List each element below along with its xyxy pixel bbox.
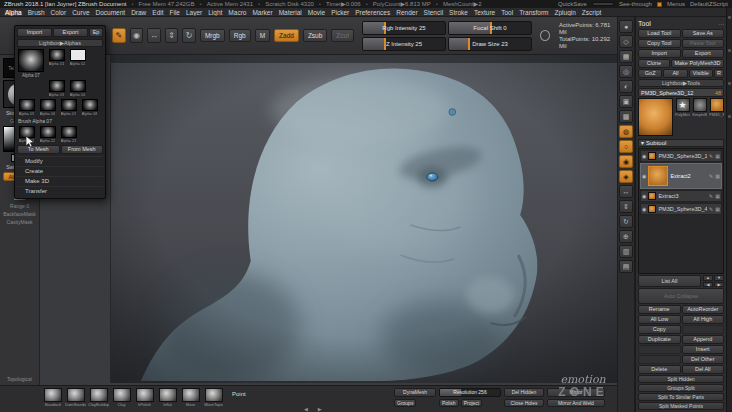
- alpha-section-modify[interactable]: Modify: [17, 156, 103, 166]
- delete-button[interactable]: Delete: [638, 365, 681, 374]
- solo-icon[interactable]: ◉: [619, 155, 633, 168]
- brush-tile[interactable]: MoveTopo: [203, 388, 224, 407]
- document-canvas[interactable]: [110, 55, 617, 383]
- actual-size-icon[interactable]: ▤: [619, 260, 633, 273]
- visibility-eye-icon[interactable]: ◉: [642, 153, 646, 159]
- draw-icon[interactable]: ◉: [130, 28, 144, 43]
- menu-brush[interactable]: Brush: [28, 9, 45, 16]
- quicksave-button[interactable]: QuickSave: [558, 0, 587, 8]
- from-mesh-button[interactable]: From Mesh: [61, 145, 104, 154]
- append-button[interactable]: Append: [682, 335, 725, 344]
- m-button[interactable]: M: [255, 29, 270, 42]
- menu-stroke[interactable]: Stroke: [449, 9, 468, 16]
- zcut-button[interactable]: Zcut: [331, 29, 354, 42]
- panel-options-icon[interactable]: ⋯: [718, 20, 724, 27]
- menu-macro[interactable]: Macro: [228, 9, 246, 16]
- menu-texture[interactable]: Texture: [474, 9, 495, 16]
- menu-material[interactable]: Material: [279, 9, 302, 16]
- polyf-icon[interactable]: ▩: [619, 110, 633, 123]
- uv-map-icon[interactable]: ▦: [715, 206, 720, 212]
- alpha-ep-button[interactable]: Ep: [89, 28, 103, 37]
- menu-layer[interactable]: Layer: [186, 9, 202, 16]
- save-as-button[interactable]: Save As: [682, 29, 725, 38]
- brush-tile[interactable]: hPolish: [134, 388, 155, 407]
- subtool-row[interactable]: ◉ Extract3 ✎ ▦: [640, 190, 722, 202]
- menu-color[interactable]: Color: [51, 9, 67, 16]
- brush-tile[interactable]: Inflat: [157, 388, 178, 407]
- insert-button[interactable]: Insert: [682, 345, 725, 354]
- default-zscript-button[interactable]: DefaultZScript: [690, 0, 728, 8]
- lsym-icon[interactable]: ◐: [619, 80, 633, 93]
- alpha-import-button[interactable]: Import: [17, 28, 52, 37]
- lightbox-tools-button[interactable]: Lightbox▶Tools: [638, 79, 724, 87]
- uv-map-icon[interactable]: ▦: [715, 173, 720, 179]
- current-alpha[interactable]: Alpha 07: [17, 49, 45, 78]
- focal-shift-slider[interactable]: Focal Shift 0: [448, 21, 532, 35]
- right-tray-divider[interactable]: [726, 8, 732, 412]
- brush-alpha-slot[interactable]: Alpha 22: [38, 126, 57, 143]
- active-tool-thumbnail[interactable]: [638, 98, 673, 136]
- del-other-button[interactable]: Del Other: [682, 355, 725, 364]
- subtool-row-selected[interactable]: ◉ Extract2 ✎ ▦: [640, 163, 722, 189]
- menu-movie[interactable]: Movie: [308, 9, 325, 16]
- dynamesh-button[interactable]: DynaMesh: [394, 388, 436, 397]
- to-mesh-button[interactable]: To Mesh: [17, 145, 60, 154]
- split-masked-button[interactable]: Split Masked Points: [638, 402, 724, 410]
- menu-render[interactable]: Render: [396, 9, 417, 16]
- current-tool-bar[interactable]: PM3D_Sphere3D_12 48: [638, 88, 724, 97]
- menu-transform[interactable]: Transform: [519, 9, 548, 16]
- close-holes-button[interactable]: Close Holes: [504, 399, 544, 407]
- menu-light[interactable]: Light: [208, 9, 222, 16]
- brush-alpha-slot[interactable]: Alpha 23: [59, 126, 78, 143]
- alpha-slot[interactable]: Alpha 03: [47, 80, 66, 97]
- menu-preferences[interactable]: Preferences: [355, 9, 390, 16]
- export-button[interactable]: Export: [682, 49, 725, 58]
- backfacemask-button[interactable]: BackfaceMask: [3, 211, 36, 217]
- scale-icon[interactable]: ⇕: [165, 28, 179, 43]
- groups-split-button[interactable]: Groups Split: [638, 384, 724, 392]
- menu-curve[interactable]: Curve: [72, 9, 89, 16]
- scroll-icon[interactable]: ▥: [619, 245, 633, 258]
- goz-visible-button[interactable]: Visible: [689, 69, 713, 78]
- import-button[interactable]: Import: [638, 49, 681, 58]
- alpha-section-make3d[interactable]: Make 3D: [17, 176, 103, 186]
- del-hidden-button[interactable]: Del Hidden: [504, 388, 544, 397]
- make-polymesh3d-button[interactable]: Make PolyMesh3D: [671, 59, 724, 68]
- move-icon[interactable]: ↔: [619, 185, 633, 198]
- paste-subtool-button[interactable]: [682, 325, 725, 334]
- rotate-icon[interactable]: ↻: [182, 28, 196, 43]
- subtool-row[interactable]: ◉ PM3D_Sphere3D_12 ✎ ▦: [640, 150, 722, 162]
- menu-zplugin[interactable]: Zplugin: [555, 9, 576, 16]
- load-tool-button[interactable]: Load Tool: [638, 29, 681, 38]
- zadd-button[interactable]: Zadd: [274, 29, 299, 42]
- menu-edit[interactable]: Edit: [152, 9, 163, 16]
- ghost-icon[interactable]: ○: [619, 140, 633, 153]
- clone-button[interactable]: Clone: [638, 59, 670, 68]
- menu-tool[interactable]: Tool: [501, 9, 513, 16]
- menu-stencil[interactable]: Stencil: [424, 9, 444, 16]
- groups-toggle[interactable]: Groups: [394, 399, 416, 407]
- tool-slot[interactable]: PM3D_Sphere3D_1: [709, 98, 724, 138]
- rgb-intensity-slider[interactable]: Rgb Intensity 25: [362, 21, 446, 35]
- alpha-slot[interactable]: Alpha 05: [17, 99, 36, 116]
- scroll-left-icon[interactable]: ◀: [304, 406, 308, 412]
- subtool-down-icon[interactable]: ▼: [714, 275, 724, 281]
- local-icon[interactable]: ◎: [619, 65, 633, 78]
- list-all-button[interactable]: List All: [638, 275, 701, 287]
- floor-icon[interactable]: ▦: [619, 50, 633, 63]
- auto-collapse-button[interactable]: Auto Collapse: [638, 288, 724, 304]
- mirror-button[interactable]: Mirror: [547, 388, 605, 397]
- menu-file[interactable]: File: [170, 9, 180, 16]
- goz-button[interactable]: GoZ: [638, 69, 662, 78]
- bpr-icon[interactable]: ●: [619, 20, 633, 33]
- split-hidden-button[interactable]: Split Hidden: [638, 375, 724, 383]
- menu-alpha[interactable]: Alpha: [5, 9, 22, 16]
- polypaint-icon[interactable]: ✎: [709, 173, 713, 179]
- goz-all-button[interactable]: All: [663, 69, 687, 78]
- alpha-slot[interactable]: Alpha 04: [68, 80, 87, 97]
- brush-tile[interactable]: DamStandard: [65, 388, 86, 407]
- paste-tool-button[interactable]: Paste Tool: [682, 39, 725, 48]
- transp-icon[interactable]: ◍: [619, 125, 633, 138]
- visibility-eye-icon[interactable]: ◉: [642, 173, 646, 179]
- subtool-up-icon[interactable]: ▲: [703, 275, 713, 281]
